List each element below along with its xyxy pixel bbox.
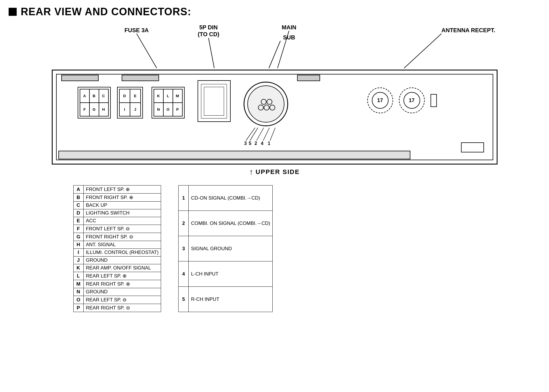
legend-value: GROUND bbox=[83, 257, 161, 264]
legend-key: 1 bbox=[179, 186, 189, 211]
svg-line-20 bbox=[270, 128, 275, 141]
legend-row: FFRONT LEFT SP. ⊖ bbox=[73, 225, 161, 233]
labels-area: FUSE 3A 5P DIN (TO CD) MAIN SUB ANTENNA … bbox=[45, 24, 505, 70]
title-text: REAR VIEW AND CONNECTORS: bbox=[21, 6, 191, 18]
legend-value: FRONT LEFT SP. ⊖ bbox=[83, 225, 161, 233]
antenna-2-inner: 17 bbox=[403, 92, 420, 109]
svg-line-19 bbox=[263, 128, 269, 141]
legend-key: N bbox=[73, 288, 83, 296]
svg-text:(TO CD): (TO CD) bbox=[198, 31, 219, 37]
svg-line-1 bbox=[137, 34, 157, 68]
antenna-1-container: 17 bbox=[367, 87, 393, 113]
legend-table-left: AFRONT LEFT SP. ⊕BFRONT RIGHT SP. ⊕CBACK… bbox=[73, 185, 161, 312]
legend-value: SIGNAL GROUND bbox=[189, 236, 273, 261]
legend-key: 2 bbox=[179, 211, 189, 236]
legend-value: REAR AMP. ON/OFF SIGNAL bbox=[83, 264, 161, 272]
legend-row: IILLUMI. CONTROL (RHEOSTAT) bbox=[73, 249, 161, 257]
legend-row: NGROUND bbox=[73, 288, 161, 296]
legend-value: LIGHTING SWITCH bbox=[83, 209, 161, 217]
legend-key: K bbox=[73, 264, 83, 272]
legend-value: ACC bbox=[83, 217, 161, 225]
antenna-1-outer: 17 bbox=[367, 87, 393, 113]
legend-key: J bbox=[73, 257, 83, 264]
legend-row: PREAR RIGHT SP. ⊖ bbox=[73, 304, 161, 312]
legend-key: C bbox=[73, 202, 83, 209]
svg-text:2: 2 bbox=[255, 141, 257, 146]
legend-key: B bbox=[73, 194, 83, 202]
svg-line-18 bbox=[257, 128, 264, 141]
svg-text:4: 4 bbox=[261, 141, 263, 146]
legend-key: 4 bbox=[179, 261, 189, 287]
legend-row: 5R-CH INPUT bbox=[179, 287, 273, 312]
legend-value: FRONT LEFT SP. ⊕ bbox=[83, 186, 161, 194]
legend-row: CBACK UP bbox=[73, 202, 161, 209]
legend-key: O bbox=[73, 296, 83, 304]
bottom-right-detail bbox=[461, 142, 484, 152]
legend-value: COMBI. ON SIGNAL (COMBI.→CD) bbox=[189, 211, 273, 236]
legend-row: LREAR LEFT SP. ⊕ bbox=[73, 272, 161, 280]
legend-row: 2COMBI. ON SIGNAL (COMBI.→CD) bbox=[179, 211, 273, 236]
legend-row: OREAR LEFT SP. ⊖ bbox=[73, 296, 161, 304]
legend-row: 4L-CH INPUT bbox=[179, 261, 273, 287]
legend-row: GFRONT RIGHT SP. ⊖ bbox=[73, 233, 161, 241]
legend-row: DLIGHTING SWITCH bbox=[73, 209, 161, 217]
legend-key: G bbox=[73, 233, 83, 241]
antenna-connectors: 17 17 bbox=[367, 87, 437, 113]
legend-row: 1CD-ON SIGNAL (COMBI.→CD) bbox=[179, 186, 273, 211]
legend-key: E bbox=[73, 217, 83, 225]
legend-key: 5 bbox=[179, 287, 189, 312]
legend-value: ANT. SIGNAL bbox=[83, 241, 161, 249]
svg-text:1: 1 bbox=[268, 141, 270, 146]
legend-key: P bbox=[73, 304, 83, 312]
legend-key: I bbox=[73, 249, 83, 257]
legend-value: ILLUMI. CONTROL (RHEOSTAT) bbox=[83, 249, 161, 257]
legend-row: EACC bbox=[73, 217, 161, 225]
legend-value: FRONT RIGHT SP. ⊕ bbox=[83, 194, 161, 202]
legend-value: REAR RIGHT SP. ⊖ bbox=[83, 304, 161, 312]
legend-row: JGROUND bbox=[73, 257, 161, 264]
legend-value: BACK UP bbox=[83, 202, 161, 209]
arrow-up-icon: ↑ bbox=[249, 167, 253, 177]
legend-table-right: 1CD-ON SIGNAL (COMBI.→CD)2COMBI. ON SIGN… bbox=[178, 185, 273, 312]
legend-key: A bbox=[73, 186, 83, 194]
svg-text:ANTENNA RECEPT.: ANTENNA RECEPT. bbox=[441, 27, 495, 33]
unit-box: A B C F G H D E I bbox=[52, 70, 498, 165]
unit-inner-border: A B C F G H D E I bbox=[56, 74, 493, 160]
legend-key: M bbox=[73, 280, 83, 288]
legend-value: REAR LEFT SP. ⊕ bbox=[83, 272, 161, 280]
title-square bbox=[9, 8, 17, 16]
legend-value: REAR RIGHT SP. ⊕ bbox=[83, 280, 161, 288]
diagram-container: FUSE 3A 5P DIN (TO CD) MAIN SUB ANTENNA … bbox=[45, 24, 505, 312]
legend-key: L bbox=[73, 272, 83, 280]
page-content: REAR VIEW AND CONNECTORS: FUSE 3A 5P DIN… bbox=[9, 6, 540, 312]
legend-value: CD-ON SIGNAL (COMBI.→CD) bbox=[189, 186, 273, 211]
antenna-small-rect bbox=[431, 94, 437, 107]
legend-value: L-CH INPUT bbox=[189, 261, 273, 287]
legend-row: KREAR AMP. ON/OFF SIGNAL bbox=[73, 264, 161, 272]
svg-text:FUSE 3A: FUSE 3A bbox=[124, 27, 148, 33]
svg-text:MAIN: MAIN bbox=[282, 24, 296, 30]
legend-row: AFRONT LEFT SP. ⊕ bbox=[73, 186, 161, 194]
antenna-1-inner: 17 bbox=[372, 92, 389, 109]
legend-row: MREAR RIGHT SP. ⊕ bbox=[73, 280, 161, 288]
legend-row: 3SIGNAL GROUND bbox=[179, 236, 273, 261]
legend-key: H bbox=[73, 241, 83, 249]
legend-key: F bbox=[73, 225, 83, 233]
legends-row: AFRONT LEFT SP. ⊕BFRONT RIGHT SP. ⊕CBACK… bbox=[73, 185, 505, 312]
legend-value: REAR LEFT SP. ⊖ bbox=[83, 296, 161, 304]
legend-row: HANT. SIGNAL bbox=[73, 241, 161, 249]
page-title: REAR VIEW AND CONNECTORS: bbox=[9, 6, 540, 18]
antenna-2-outer: 17 bbox=[399, 87, 425, 113]
svg-line-4 bbox=[208, 38, 214, 68]
legend-key: D bbox=[73, 209, 83, 217]
svg-text:5P DIN: 5P DIN bbox=[199, 24, 217, 30]
svg-text:5: 5 bbox=[249, 141, 251, 146]
legend-value: FRONT RIGHT SP. ⊖ bbox=[83, 233, 161, 241]
svg-text:3: 3 bbox=[244, 141, 247, 146]
svg-line-10 bbox=[404, 34, 441, 68]
upper-side-text: UPPER SIDE bbox=[256, 168, 300, 176]
upper-side-label: ↑ UPPER SIDE bbox=[52, 167, 498, 177]
legend-value: R-CH INPUT bbox=[189, 287, 273, 312]
legend-value: GROUND bbox=[83, 288, 161, 296]
svg-text:SUB: SUB bbox=[283, 34, 295, 41]
